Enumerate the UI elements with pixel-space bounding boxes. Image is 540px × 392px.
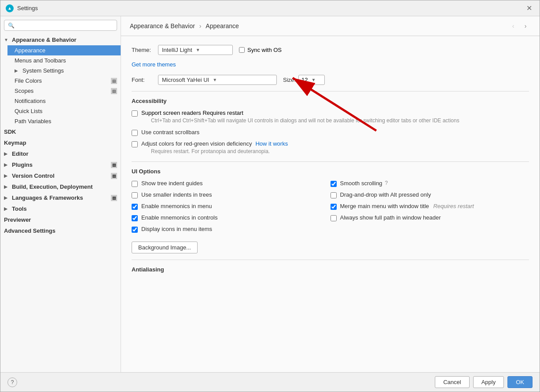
display-icons-label[interactable]: Display icons in menu items: [141, 226, 212, 232]
sidebar-item-previewer[interactable]: Previewer: [0, 214, 121, 225]
accessibility-title: Accessibility: [132, 98, 529, 104]
font-label: Font:: [132, 77, 154, 83]
sidebar-children: Appearance Menus and Toolbars ▶ System S…: [0, 45, 121, 126]
sidebar-item-label: Advanced Settings: [4, 227, 55, 234]
sync-with-os-label[interactable]: Sync with OS: [247, 47, 282, 53]
sidebar-item-label: Notifications: [15, 98, 46, 104]
sidebar-item-quick-lists[interactable]: Quick Lists: [7, 106, 121, 116]
sidebar-item-system-settings[interactable]: ▶ System Settings: [7, 66, 121, 76]
mnemonics-menu-label[interactable]: Enable mnemonics in menu: [141, 203, 212, 209]
nav-forward-button[interactable]: ›: [520, 21, 531, 31]
nav-buttons: ‹ ›: [508, 21, 531, 31]
sidebar-group-header-appearance-behavior[interactable]: ▼ Appearance & Behavior: [0, 34, 121, 45]
how-it-works-link[interactable]: How it works: [255, 140, 288, 147]
tree-indent-label[interactable]: Show tree indent guides: [141, 180, 202, 187]
sidebar-item-advanced-settings[interactable]: Advanced Settings: [0, 225, 121, 236]
sidebar-group-header-plugins[interactable]: ▶ Plugins ▤: [0, 159, 121, 170]
sidebar-group-header-build[interactable]: ▶ Build, Execution, Deployment: [0, 181, 121, 192]
get-more-themes-link[interactable]: Get more themes: [132, 61, 176, 68]
help-icon[interactable]: ?: [385, 180, 388, 186]
sidebar-item-sdk[interactable]: SDK: [0, 126, 121, 137]
sidebar-group-header-languages[interactable]: ▶ Languages & Frameworks ▤: [0, 192, 121, 203]
merge-menu-label[interactable]: Merge main menu with window title Requir…: [340, 203, 474, 209]
help-button[interactable]: ?: [7, 377, 17, 387]
tree-indent-wrapper: Show tree indent guides: [132, 180, 331, 187]
smaller-indents-checkbox[interactable]: [132, 192, 138, 198]
smooth-scrolling-checkbox[interactable]: [331, 181, 337, 187]
merge-menu-checkbox[interactable]: [331, 204, 337, 210]
search-box[interactable]: 🔍: [4, 20, 117, 31]
full-path-checkbox[interactable]: [331, 215, 337, 221]
display-icons-wrapper: Display icons in menu items: [132, 226, 331, 233]
apply-button[interactable]: Apply: [473, 376, 504, 388]
sidebar-item-scopes[interactable]: Scopes ▤: [7, 86, 121, 96]
breadcrumb-separator: ›: [199, 22, 202, 29]
nav-back-button[interactable]: ‹: [508, 21, 518, 31]
sidebar-item-label: Previewer: [4, 216, 31, 223]
smooth-scrolling-label[interactable]: Smooth scrolling: [340, 180, 382, 187]
color-blindness-checkbox[interactable]: [132, 141, 138, 147]
sidebar-group-header-editor[interactable]: ▶ Editor: [0, 148, 121, 159]
sidebar-group-appearance-behavior: ▼ Appearance & Behavior Appearance Menus…: [0, 34, 121, 126]
font-value: Microsoft YaHei UI: [162, 77, 209, 83]
drag-drop-label[interactable]: Drag-and-drop with Alt pressed only: [340, 191, 431, 198]
cancel-button[interactable]: Cancel: [435, 376, 469, 388]
sidebar-item-menus-toolbars[interactable]: Menus and Toolbars: [7, 55, 121, 66]
sidebar-item-label: Path Variables: [15, 118, 51, 125]
mnemonics-menu-wrapper: Enable mnemonics in menu: [132, 203, 331, 210]
sidebar-item-path-variables[interactable]: Path Variables: [7, 116, 121, 126]
sidebar: 🔍 ▼ Appearance & Behavior Appearance Men…: [0, 16, 121, 372]
sidebar-item-label: Appearance: [15, 47, 45, 54]
search-input[interactable]: [17, 22, 113, 29]
theme-dropdown[interactable]: IntelliJ Light ▼: [158, 45, 233, 55]
breadcrumb: Appearance & Behavior › Appearance: [130, 22, 239, 29]
ok-button[interactable]: OK: [507, 376, 533, 388]
sidebar-group-header-version-control[interactable]: ▶ Version Control ▤: [0, 170, 121, 181]
dropdown-arrow-icon: ▼: [213, 77, 217, 82]
background-image-button[interactable]: Background Image...: [132, 242, 198, 253]
mnemonics-menu-checkbox[interactable]: [132, 204, 138, 210]
sidebar-item-notifications[interactable]: Notifications: [7, 96, 121, 106]
mnemonics-controls-checkbox[interactable]: [132, 215, 138, 221]
sidebar-item-appearance[interactable]: Appearance: [7, 45, 121, 55]
sync-with-os-checkbox[interactable]: [239, 47, 245, 53]
badge-icon: ▤: [111, 88, 117, 94]
bottom-buttons: Cancel Apply OK: [435, 376, 533, 388]
bottom-bar: ? Cancel Apply OK: [0, 372, 540, 392]
sidebar-item-label: Menus and Toolbars: [15, 57, 66, 64]
dropdown-arrow-icon: ▼: [311, 77, 316, 82]
full-path-label[interactable]: Always show full path in window header: [340, 214, 441, 221]
app-icon: ▲: [6, 4, 14, 12]
mnemonics-controls-label[interactable]: Enable mnemonics in controls: [141, 214, 217, 221]
chevron-right-icon: ▶: [4, 206, 10, 211]
badge-icon: ▤: [111, 173, 117, 179]
chevron-right-icon: ▶: [4, 195, 10, 200]
screen-readers-label[interactable]: Support screen readers Requires restart: [141, 110, 243, 116]
chevron-down-icon: ▼: [4, 37, 10, 42]
contrast-scrollbars-label[interactable]: Use contrast scrollbars: [141, 129, 199, 136]
drag-drop-checkbox[interactable]: [331, 192, 337, 198]
font-dropdown[interactable]: Microsoft YaHei UI ▼: [158, 75, 277, 85]
sidebar-item-label: System Settings: [22, 67, 64, 74]
chevron-right-icon: ▶: [4, 184, 10, 189]
settings-window: ▲ Settings ✕ 🔍 ▼ Appearance & Behavior A…: [0, 0, 540, 392]
sidebar-item-label: Scopes: [15, 88, 33, 94]
antialiasing-title: Antialiasing: [132, 266, 529, 273]
sidebar-item-label: Version Control: [12, 172, 55, 179]
size-dropdown[interactable]: 12 ▼: [298, 75, 325, 85]
panel-header: Appearance & Behavior › Appearance ‹ ›: [121, 16, 540, 36]
sidebar-item-label: Build, Execution, Deployment: [12, 183, 92, 190]
close-button[interactable]: ✕: [524, 3, 534, 14]
smaller-indents-label[interactable]: Use smaller indents in trees: [141, 191, 212, 198]
tree-indent-checkbox[interactable]: [132, 181, 138, 187]
sidebar-item-keymap[interactable]: Keymap: [0, 137, 121, 148]
contrast-scrollbars-checkbox[interactable]: [132, 130, 138, 136]
chevron-right-icon: ▶: [15, 68, 21, 73]
sidebar-group-header-tools[interactable]: ▶ Tools: [0, 203, 121, 214]
sidebar-item-file-colors[interactable]: File Colors ▤: [7, 76, 121, 86]
screen-readers-checkbox[interactable]: [132, 110, 138, 117]
display-icons-checkbox[interactable]: [132, 227, 138, 233]
breadcrumb-parent: Appearance & Behavior: [130, 22, 195, 29]
color-blindness-label[interactable]: Adjust colors for red-green vision defic…: [141, 140, 252, 147]
font-row: Font: Microsoft YaHei UI ▼ Size: 12 ▼: [132, 75, 529, 85]
